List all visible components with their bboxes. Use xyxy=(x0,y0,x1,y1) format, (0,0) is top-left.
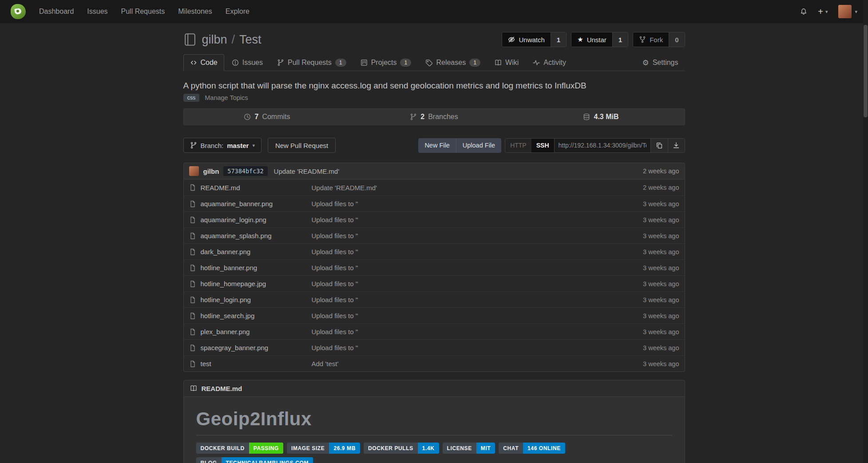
nav-pull-requests[interactable]: Pull Requests xyxy=(121,8,165,16)
repo-name-link[interactable]: Test xyxy=(239,33,262,47)
docker-pulls-badge[interactable]: DOCKER PULLS 1.4K xyxy=(364,443,439,454)
copy-url-button[interactable] xyxy=(651,139,668,152)
tab-projects[interactable]: Projects 1 xyxy=(354,54,418,71)
file-commit-message[interactable]: Upload files to '' xyxy=(312,344,643,351)
releases-count-badge: 1 xyxy=(469,59,480,67)
file-commit-time: 3 weeks ago xyxy=(643,200,679,208)
file-link[interactable]: test xyxy=(201,360,211,367)
size-stat[interactable]: 4.3 MiB xyxy=(518,109,685,125)
badge-value: 26.9 MB xyxy=(329,443,360,454)
tab-settings[interactable]: ⚙ Settings xyxy=(635,54,685,71)
file-commit-time: 2 weeks ago xyxy=(643,184,679,191)
file-link[interactable]: README.md xyxy=(201,184,240,192)
chat-badge[interactable]: CHAT 146 ONLINE xyxy=(499,443,565,454)
download-button[interactable] xyxy=(668,139,685,152)
avatar[interactable] xyxy=(838,5,852,18)
file-commit-message[interactable]: Add 'test' xyxy=(312,360,643,367)
scrollbar-track[interactable] xyxy=(863,0,868,463)
tab-activity[interactable]: Activity xyxy=(526,54,573,71)
stars-count[interactable]: 1 xyxy=(612,32,628,47)
branch-selector[interactable]: Branch: master ▾ xyxy=(183,138,262,153)
readme-header: README.md xyxy=(183,380,685,397)
blog-badge[interactable]: BLOG TECHNICALRAMBLINGS.COM xyxy=(196,457,313,463)
nav-milestones[interactable]: Milestones xyxy=(178,8,212,16)
ssh-toggle[interactable]: SSH xyxy=(531,139,554,152)
file-icon xyxy=(189,360,196,367)
gitea-logo-icon[interactable] xyxy=(11,4,26,19)
file-link[interactable]: aquamarine_login.png xyxy=(201,216,266,224)
file-icon xyxy=(189,280,196,287)
file-link[interactable]: dark_banner.png xyxy=(201,248,251,255)
topic-chip-css[interactable]: css xyxy=(183,94,200,102)
file-link[interactable]: hotline_login.png xyxy=(201,296,251,303)
file-commit-message[interactable]: Upload files to '' xyxy=(312,200,643,208)
file-commit-message[interactable]: Upload files to '' xyxy=(312,216,643,224)
create-new-dropdown[interactable]: + ▾ xyxy=(818,7,828,17)
tab-pull-requests[interactable]: Pull Requests 1 xyxy=(270,54,353,71)
tab-wiki[interactable]: Wiki xyxy=(488,54,525,71)
gear-icon: ⚙ xyxy=(642,59,649,67)
branch-icon xyxy=(190,142,197,149)
manage-topics-link[interactable]: Manage Topics xyxy=(205,94,248,101)
file-link[interactable]: aquamarine_banner.png xyxy=(201,200,273,208)
star-icon: ★ xyxy=(577,36,583,44)
badge-row: DOCKER BUILD PASSING IMAGE SIZE 26.9 MB … xyxy=(196,443,672,454)
code-icon xyxy=(190,59,197,66)
download-icon xyxy=(673,142,680,149)
file-link[interactable]: hotline_search.jpg xyxy=(201,312,255,319)
commits-stat[interactable]: 7 Commits xyxy=(184,109,351,125)
tab-code[interactable]: Code xyxy=(183,54,224,71)
file-commit-time: 3 weeks ago xyxy=(643,360,679,367)
file-commit-message[interactable]: Upload files to '' xyxy=(312,280,643,287)
notifications-bell-icon[interactable] xyxy=(800,8,807,15)
file-commit-time: 3 weeks ago xyxy=(643,344,679,351)
upload-file-button[interactable]: Upload File xyxy=(456,138,501,153)
clone-url-group: HTTP SSH xyxy=(505,138,685,153)
unstar-button[interactable]: ★ Unstar xyxy=(571,32,612,47)
file-commit-message[interactable]: Upload files to '' xyxy=(312,328,643,335)
http-toggle[interactable]: HTTP xyxy=(505,139,531,152)
tab-issues[interactable]: Issues xyxy=(225,54,270,71)
file-commit-message[interactable]: Upload files to '' xyxy=(312,248,643,255)
unwatch-button[interactable]: Unwatch xyxy=(502,32,550,47)
commit-message-link[interactable]: Update 'README.md' xyxy=(274,168,339,175)
file-link[interactable]: aquamarine_splash.png xyxy=(201,232,272,239)
commit-hash-link[interactable]: 57384bfc32 xyxy=(223,166,267,176)
file-link[interactable]: hotline_homepage.jpg xyxy=(201,280,266,287)
fork-button[interactable]: Fork xyxy=(633,32,669,47)
nav-dashboard[interactable]: Dashboard xyxy=(39,8,74,16)
file-commit-message[interactable]: Update 'README.md' xyxy=(312,184,643,192)
file-link[interactable]: hotline_banner.png xyxy=(201,264,258,271)
commit-author-link[interactable]: gilbn xyxy=(203,168,219,175)
file-commit-message[interactable]: Upload files to '' xyxy=(312,264,643,271)
nav-issues[interactable]: Issues xyxy=(87,8,107,16)
repo-title: gilbn / Test xyxy=(202,33,262,47)
watchers-count[interactable]: 1 xyxy=(551,32,566,47)
badge-label: CHAT xyxy=(499,443,523,454)
license-badge[interactable]: LICENSE MIT xyxy=(443,443,495,454)
file-icon xyxy=(189,264,196,271)
new-pull-request-button[interactable]: New Pull Request xyxy=(268,138,336,153)
repo-owner-link[interactable]: gilbn xyxy=(202,33,227,47)
clone-url-input[interactable] xyxy=(554,139,651,152)
file-link[interactable]: plex_banner.png xyxy=(201,328,250,335)
scrollbar-thumb[interactable] xyxy=(864,25,868,117)
file-commit-message[interactable]: Upload files to '' xyxy=(312,312,643,319)
user-menu-dropdown[interactable]: ▾ xyxy=(838,5,857,18)
avatar[interactable] xyxy=(189,166,199,176)
image-size-badge[interactable]: IMAGE SIZE 26.9 MB xyxy=(287,443,360,454)
file-link[interactable]: spacegray_banner.png xyxy=(201,344,269,351)
branches-stat[interactable]: 2 Branches xyxy=(351,109,518,125)
table-row: plex_banner.png Upload files to '' 3 wee… xyxy=(184,323,685,339)
tab-releases[interactable]: Releases 1 xyxy=(419,54,487,71)
file-commit-time: 3 weeks ago xyxy=(643,312,679,319)
table-row: hotline_search.jpg Upload files to '' 3 … xyxy=(184,307,685,323)
file-commit-message[interactable]: Upload files to '' xyxy=(312,232,643,239)
forks-count[interactable]: 0 xyxy=(669,32,684,47)
file-commit-message[interactable]: Upload files to '' xyxy=(312,296,643,303)
badge-row: BLOG TECHNICALRAMBLINGS.COM xyxy=(196,457,672,463)
nav-explore[interactable]: Explore xyxy=(226,8,250,16)
tab-releases-label: Releases xyxy=(436,59,466,67)
new-file-button[interactable]: New File xyxy=(418,138,456,153)
docker-build-badge[interactable]: DOCKER BUILD PASSING xyxy=(196,443,284,454)
